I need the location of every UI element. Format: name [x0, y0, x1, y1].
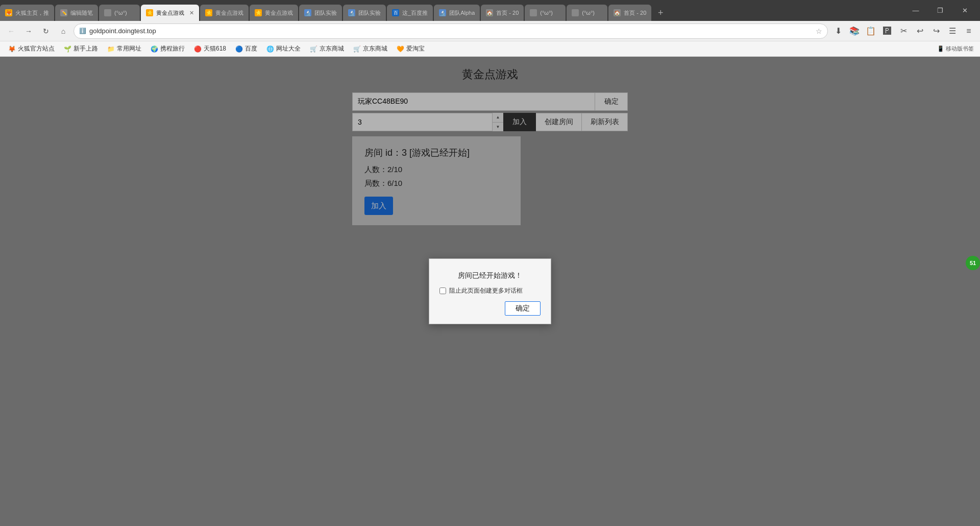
- tab-label: 首页 - 20: [496, 9, 519, 17]
- screenshots-button[interactable]: ✂: [896, 24, 911, 38]
- tab-favicon: ⭐: [205, 9, 212, 16]
- maximize-button[interactable]: ❐: [929, 3, 951, 18]
- nav-extra-buttons: ⬇ 📚 📋 🅿 ✂ ↩ ↪ ☰ ≡: [831, 24, 976, 38]
- tab-firefoxhome[interactable]: 🦊 火狐主页，推: [0, 5, 54, 21]
- tab-favicon: [104, 9, 111, 16]
- bookmark-label: 京东商城: [320, 44, 344, 53]
- tab-teamexp1[interactable]: 🔬 团队实验: [299, 5, 342, 21]
- tab-favicon: [572, 9, 579, 16]
- back-button[interactable]: ←: [4, 24, 18, 38]
- bookmark-baidu[interactable]: 🔵 百度: [231, 43, 261, 54]
- bookmark-favicon: 🔴: [194, 45, 202, 53]
- tab-teamexp2[interactable]: 🔬 团队实验: [343, 5, 386, 21]
- bookmark-favicon: 🌍: [151, 45, 158, 53]
- synced-tabs-button[interactable]: 📋: [864, 24, 878, 38]
- bookmark-label: 常用网址: [117, 44, 141, 53]
- bookmark-favicon: 🛒: [353, 45, 361, 53]
- tab-favicon: ⭐: [255, 9, 262, 16]
- bookmark-label: 天猫618: [204, 44, 226, 53]
- bookmark-star-icon[interactable]: ☆: [816, 27, 822, 35]
- dialog-message: 房间已经开始游戏！: [458, 271, 522, 280]
- mobile-bookmarks[interactable]: 📱 移动版书签: [430, 45, 976, 53]
- tab-emoji2[interactable]: (°ω°): [525, 5, 566, 21]
- tab-baidu[interactable]: 百 这_百度推: [387, 5, 433, 21]
- tab-home2[interactable]: 🏠 首页 - 20: [608, 5, 651, 21]
- tab-emoji3[interactable]: (°ω°): [567, 5, 607, 21]
- tab-label: 黄金点游戏: [215, 9, 243, 17]
- bookmark-jd2[interactable]: 🛒 京东商城: [349, 43, 391, 54]
- navigation-bar: ← → ↻ ⌂ ℹ️ goldpoint.doingtest.top ☆ ⬇ 📚…: [0, 21, 980, 41]
- tab-favicon: 🔬: [304, 9, 311, 16]
- bookmark-favicon: 🌱: [64, 45, 71, 53]
- tab-label: 黄金点游戏: [265, 9, 293, 17]
- download-button[interactable]: ⬇: [831, 24, 845, 38]
- minimize-button[interactable]: —: [904, 3, 927, 18]
- sidebar-button[interactable]: ☰: [945, 24, 960, 38]
- tab-list: 🦊 火狐主页，推 ✏️ 编辑随笔 (°ω°) ⭐ 黄金点游戏 ✕ ⭐: [0, 0, 900, 21]
- address-bar[interactable]: ℹ️ goldpoint.doingtest.top ☆: [74, 23, 828, 39]
- bookmark-commonurls[interactable]: 📁 常用网址: [103, 43, 145, 54]
- bookmark-ctrip[interactable]: 🌍 携程旅行: [146, 43, 189, 54]
- bookmark-tmall[interactable]: 🔴 天猫618: [190, 43, 230, 54]
- close-button[interactable]: ✕: [953, 3, 976, 18]
- tab-close-icon[interactable]: ✕: [189, 10, 194, 16]
- tab-teamalpha[interactable]: 🔬 团队Alpha: [434, 5, 480, 21]
- tab-goldgame3[interactable]: ⭐ 黄金点游戏: [250, 5, 298, 21]
- bookmark-jd1[interactable]: 🛒 京东商城: [306, 43, 348, 54]
- menu-button[interactable]: ≡: [962, 24, 976, 38]
- tab-favicon: 百: [392, 9, 399, 16]
- bookmark-label: 网址大全: [276, 44, 301, 53]
- tab-label: 团队实验: [358, 9, 381, 17]
- tab-label: (°ω°): [540, 10, 553, 16]
- dialog-box: 房间已经开始游戏！ 阻止此页面创建更多对话框 确定: [429, 258, 551, 324]
- bookmark-favicon: 📁: [107, 45, 115, 53]
- tab-goldgame2[interactable]: ⭐ 黄金点游戏: [200, 5, 249, 21]
- pocket-button[interactable]: 🅿: [880, 24, 894, 38]
- window-controls: — ❐ ✕: [900, 0, 980, 21]
- tab-favicon: 🦊: [5, 9, 12, 16]
- tab-label: 团队实验: [314, 9, 337, 17]
- undo-button[interactable]: ↩: [913, 24, 927, 38]
- tab-home1[interactable]: 🏠 首页 - 20: [481, 5, 524, 21]
- bookmark-newuser[interactable]: 🌱 新手上路: [60, 43, 102, 54]
- bookmark-favicon: 🛒: [310, 45, 317, 53]
- bookmark-taobao[interactable]: 🧡 爱淘宝: [393, 43, 429, 54]
- tab-favicon: 🏠: [614, 9, 621, 16]
- bookmarks-bar: 🦊 火狐官方站点 🌱 新手上路 📁 常用网址 🌍 携程旅行 🔴 天猫618 🔵 …: [0, 41, 980, 57]
- url-display: goldpoint.doingtest.top: [89, 27, 813, 35]
- tab-label: 首页 - 20: [624, 9, 646, 17]
- browser-window: 🦊 火狐主页，推 ✏️ 编辑随笔 (°ω°) ⭐ 黄金点游戏 ✕ ⭐: [0, 0, 980, 526]
- tab-favicon: ✏️: [60, 9, 67, 16]
- refresh-nav-button[interactable]: ↻: [39, 24, 53, 38]
- dialog-ok-button[interactable]: 确定: [505, 301, 541, 316]
- library-button[interactable]: 📚: [847, 24, 862, 38]
- bookmark-urlnav[interactable]: 🌐 网址大全: [262, 43, 305, 54]
- tab-goldgame-active[interactable]: ⭐ 黄金点游戏 ✕: [141, 5, 199, 21]
- tab-label: (°ω°): [582, 10, 595, 16]
- new-tab-button[interactable]: +: [652, 5, 669, 21]
- tab-favicon: 🏠: [486, 9, 493, 16]
- info-icon: ℹ️: [79, 28, 86, 34]
- sidebar-badge[interactable]: 51: [966, 256, 980, 270]
- bookmark-favicon: 🔵: [235, 45, 243, 53]
- bookmark-label: 京东商城: [363, 44, 387, 53]
- dialog-overlay: 房间已经开始游戏！ 阻止此页面创建更多对话框 确定: [0, 57, 980, 526]
- tab-editor[interactable]: ✏️ 编辑随笔: [55, 5, 98, 21]
- bookmark-label: 爱淘宝: [406, 44, 425, 53]
- tab-favicon: 🔬: [348, 9, 355, 16]
- block-dialogs-checkbox[interactable]: [439, 288, 446, 294]
- tab-label: 编辑随笔: [70, 9, 93, 17]
- tab-emoji1[interactable]: (°ω°): [99, 5, 140, 21]
- title-bar: 🦊 火狐主页，推 ✏️ 编辑随笔 (°ω°) ⭐ 黄金点游戏 ✕ ⭐: [0, 0, 980, 21]
- tab-label: 这_百度推: [402, 9, 428, 17]
- bookmark-favicon: 🦊: [8, 45, 16, 53]
- bookmark-firefoxsite[interactable]: 🦊 火狐官方站点: [4, 43, 59, 54]
- redo-button[interactable]: ↪: [929, 24, 943, 38]
- bookmark-label: 携程旅行: [160, 44, 185, 53]
- bookmark-favicon: 🌐: [266, 45, 274, 53]
- home-button[interactable]: ⌂: [56, 24, 70, 38]
- bookmark-label: 火狐官方站点: [18, 44, 55, 53]
- bookmark-label: 新手上路: [74, 44, 98, 53]
- forward-button[interactable]: →: [21, 24, 36, 38]
- block-dialogs-label: 阻止此页面创建更多对话框: [449, 286, 523, 295]
